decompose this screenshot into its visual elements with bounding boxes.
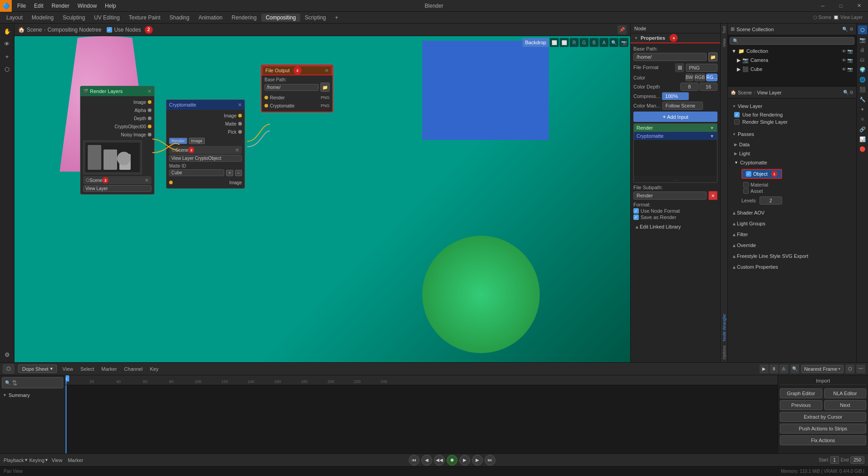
play-btn[interactable]: ▶ bbox=[459, 455, 470, 466]
prop-icon-constraints[interactable]: 🔗 bbox=[858, 125, 867, 134]
breadcrumb-nodetree[interactable]: Compositing Nodetree bbox=[47, 27, 101, 33]
vp-icon-cam[interactable]: 📷 bbox=[619, 38, 628, 47]
vp-icon-r[interactable]: R bbox=[570, 38, 579, 47]
menu-render[interactable]: Render bbox=[48, 2, 73, 10]
outliner-search-icon[interactable]: 🔍 bbox=[842, 27, 848, 32]
material-checkbox[interactable] bbox=[743, 182, 749, 187]
render-layers-close[interactable]: ✕ bbox=[147, 89, 151, 94]
color-rgb-btn[interactable]: RGB bbox=[694, 74, 705, 81]
sidebar-icon-settings[interactable]: ⚙ bbox=[1, 349, 13, 360]
view-layer-selector[interactable]: View Layer bbox=[840, 15, 863, 20]
crypto-tab-image[interactable]: Image bbox=[189, 138, 205, 144]
crypto-pass-item[interactable]: ▼ Cryptomatte bbox=[734, 158, 850, 167]
dopesheet-key-menu[interactable]: Key bbox=[148, 365, 160, 373]
previous-btn[interactable]: Previous bbox=[780, 400, 822, 410]
prop-icon-particles[interactable]: ✦ bbox=[858, 105, 867, 114]
scene-close[interactable]: ✕ bbox=[145, 177, 149, 183]
properties-triangle[interactable]: ▼ bbox=[634, 36, 638, 40]
close-button[interactable]: ✕ bbox=[850, 0, 868, 12]
sidebar-icon-tool[interactable]: ✋ bbox=[1, 25, 13, 37]
crypto-object-btn[interactable]: ✓ Object 1 bbox=[741, 169, 782, 179]
tool-tab[interactable]: Tool bbox=[722, 24, 726, 36]
expand-row[interactable]: … bbox=[634, 176, 717, 182]
cryptomatte-close[interactable]: ✕ bbox=[238, 102, 242, 108]
use-nodes-checkbox[interactable]: ✓ bbox=[107, 27, 112, 33]
base-path-browse[interactable]: 📁 bbox=[708, 52, 717, 61]
prop-icon-scene[interactable]: ⬡ bbox=[858, 25, 867, 34]
nearest-frame-selector[interactable]: Nearest Frame ▾ bbox=[801, 365, 844, 373]
tab-sculpting[interactable]: Sculpting bbox=[58, 14, 90, 22]
file-output-close[interactable]: ✕ bbox=[325, 68, 329, 74]
camera-render[interactable]: 📷 bbox=[847, 58, 853, 63]
jump-start-btn[interactable]: ⏮ bbox=[409, 455, 420, 466]
cube-item[interactable]: ▶ ⬛ Cube 👁 📷 bbox=[730, 65, 854, 74]
outliner-filter-icon[interactable]: ⚙ bbox=[849, 27, 854, 32]
vp-icon-a[interactable]: A bbox=[599, 38, 609, 47]
custom-props-header[interactable]: ▶ Custom Properties bbox=[731, 262, 854, 272]
dopesheet-icon1[interactable]: ▶ bbox=[760, 364, 769, 373]
prop-icon-modifier[interactable]: 🔧 bbox=[858, 95, 867, 104]
vl-search[interactable]: 🔍 bbox=[843, 90, 849, 95]
timeline-content[interactable] bbox=[66, 385, 778, 453]
file-output-node[interactable]: File Output 3 ✕ Base Path: /home/ 📁 Rend… bbox=[261, 65, 333, 112]
start-frame-field[interactable]: 1 bbox=[830, 456, 839, 464]
render-section-header[interactable]: Render ▼ bbox=[634, 124, 717, 132]
render-single-checkbox[interactable] bbox=[734, 119, 740, 125]
next-btn[interactable]: Next bbox=[824, 400, 867, 410]
jump-end-btn[interactable]: ⏭ bbox=[485, 455, 495, 466]
dopesheet-wave-icon[interactable]: 〰 bbox=[856, 364, 865, 373]
file-subpath-clear[interactable]: ✕ bbox=[708, 191, 717, 200]
crypto-tab-render[interactable]: Render bbox=[169, 138, 187, 144]
file-subpath-field[interactable]: Render bbox=[633, 191, 707, 200]
file-output-path-field[interactable]: /home/ bbox=[264, 84, 319, 91]
graph-editor-btn[interactable]: Graph Editor bbox=[780, 388, 822, 398]
tab-layout[interactable]: Layout bbox=[2, 14, 27, 22]
cube-render[interactable]: 📷 bbox=[847, 67, 853, 72]
prop-icon-data[interactable]: 📊 bbox=[858, 135, 867, 144]
collection-vis[interactable]: 👁 bbox=[842, 49, 846, 54]
menu-file[interactable]: File bbox=[14, 2, 29, 10]
vl-settings[interactable]: ⚙ bbox=[849, 90, 854, 95]
data-pass-item[interactable]: ▶ Data bbox=[734, 140, 850, 149]
play-reverse-btn[interactable]: ◀◀ bbox=[434, 455, 445, 466]
tab-texture-paint[interactable]: Texture Paint bbox=[124, 14, 165, 22]
base-path-field[interactable]: /home/ bbox=[633, 53, 707, 61]
crypto-scene-bar[interactable]: ⬡ Scene 2 ✕ bbox=[169, 146, 242, 154]
dopesheet-icon2[interactable]: ⏸ bbox=[769, 364, 778, 373]
collection-render[interactable]: 📷 bbox=[847, 49, 853, 54]
vp-zoom[interactable]: 🔍 bbox=[609, 38, 618, 47]
save-as-render-checkbox[interactable]: ✓ bbox=[633, 215, 639, 220]
tab-rendering[interactable]: Rendering bbox=[227, 14, 261, 22]
dopesheet-type-select[interactable]: Dope Sheet ▾ bbox=[18, 364, 57, 373]
end-frame-field[interactable]: 250 bbox=[850, 456, 864, 464]
view-tab[interactable]: View bbox=[722, 37, 726, 49]
crypto-view-layer-select[interactable]: View Layer CryptoObject bbox=[169, 155, 242, 162]
vp-icon-g[interactable]: G bbox=[580, 38, 589, 47]
prop-icon-world[interactable]: 🌐 bbox=[858, 75, 867, 84]
timeline-swap-icon[interactable]: ⇄ bbox=[11, 380, 19, 386]
tab-scripting[interactable]: Scripting bbox=[300, 14, 330, 22]
matte-id-add[interactable]: + bbox=[226, 170, 233, 176]
prop-icon-view-layer[interactable]: 🗂 bbox=[858, 55, 867, 64]
color-man-select[interactable]: Follow Scene bbox=[662, 102, 703, 110]
extract-cursor-btn[interactable]: Extract by Cursor bbox=[780, 412, 866, 422]
compress-field[interactable]: 100% bbox=[662, 92, 689, 100]
matte-id-remove[interactable]: − bbox=[235, 170, 242, 176]
vp-icon-2[interactable]: ⬜ bbox=[560, 38, 569, 47]
prop-icon-output[interactable]: 🖨 bbox=[858, 45, 867, 54]
matte-id-field[interactable]: Cube bbox=[169, 169, 224, 176]
fix-actions-btn[interactable]: Fix Actions bbox=[780, 435, 866, 445]
next-frame-btn[interactable]: ▶ bbox=[472, 455, 483, 466]
menu-edit[interactable]: Edit bbox=[30, 2, 47, 10]
dopesheet-select-menu[interactable]: Select bbox=[79, 365, 96, 373]
minimize-button[interactable]: ─ bbox=[814, 0, 832, 12]
playhead-handle[interactable]: 1 bbox=[66, 375, 69, 382]
color-rgba-btn[interactable]: RG... bbox=[706, 74, 717, 81]
vp-icon-1[interactable]: ⬜ bbox=[550, 38, 559, 47]
collection-item[interactable]: ▼ 📁 Collection 👁 📷 bbox=[730, 47, 854, 56]
playback-menu[interactable]: Playback ▾ bbox=[4, 457, 28, 463]
file-output-browse[interactable]: 📁 bbox=[321, 83, 330, 92]
depth-16-btn[interactable]: 16 bbox=[699, 83, 717, 91]
push-actions-btn[interactable]: Push Actions to Strips bbox=[780, 424, 866, 434]
view-layer-select[interactable]: View Layer bbox=[83, 185, 151, 192]
